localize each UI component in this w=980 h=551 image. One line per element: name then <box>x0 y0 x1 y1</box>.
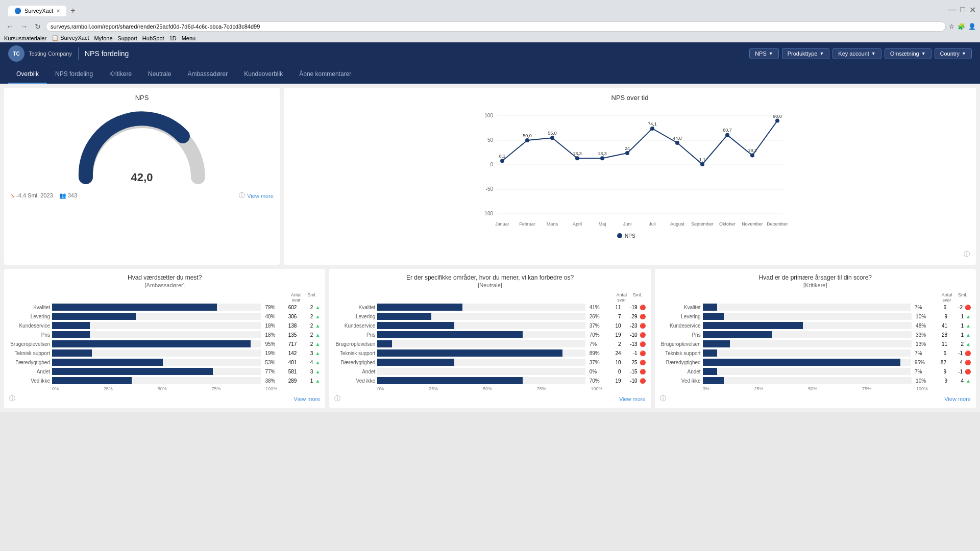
back-btn[interactable]: ← <box>4 21 15 32</box>
ambassadorer-view-more[interactable]: View more <box>294 396 321 402</box>
svg-text:74,1: 74,1 <box>648 121 657 127</box>
list-item: Teknisk support 89% 24 -1 🔴 <box>334 349 645 357</box>
kritikere-title: Hvad er de primære årsager til din score… <box>660 274 971 281</box>
svg-text:1,1: 1,1 <box>699 157 706 162</box>
svg-text:Maj: Maj <box>599 221 606 227</box>
tab-overblik[interactable]: Overblik <box>8 65 47 84</box>
svg-text:September: September <box>691 221 714 227</box>
neutrale-view-more[interactable]: View more <box>619 396 646 402</box>
ambassadorer-card: Hvad værdsætter du mest? [Ambassadører] … <box>4 269 325 408</box>
profile-icon[interactable]: 👤 <box>968 23 976 30</box>
maximize-btn[interactable]: □ <box>960 5 965 15</box>
gauge-chart: 42,0 <box>70 106 213 187</box>
list-item: Kundeservice 37% 10 -23 🔴 <box>334 322 645 329</box>
new-tab-btn[interactable]: + <box>66 5 79 16</box>
list-item: Levering 40% 306 2 ▲ <box>9 313 320 320</box>
close-btn[interactable]: ✕ <box>969 5 976 15</box>
minimize-btn[interactable]: — <box>948 5 956 15</box>
svg-point-12 <box>525 138 529 142</box>
svg-point-15 <box>600 156 604 160</box>
url-input[interactable] <box>46 21 946 32</box>
bookmark-item[interactable]: Menu <box>182 35 196 41</box>
tab-kritikere[interactable]: Kritikere <box>101 65 140 84</box>
tab-abne-kommentarer[interactable]: Åbne kommentarer <box>291 65 359 84</box>
svg-text:0: 0 <box>490 162 493 167</box>
browser-top-bar: 🔵 SurveyXact ✕ + — □ ✕ <box>0 0 980 19</box>
list-item: Kvalitet 7% 6 -2 🔴 <box>660 304 971 311</box>
bookmark-item[interactable]: 📋 SurveyXact <box>52 35 89 41</box>
svg-text:Juli: Juli <box>649 221 656 227</box>
list-item: Pris 70% 19 -10 🔴 <box>334 331 645 338</box>
nps-gauge-card: NPS 42,0 ↘ -4,4 <box>4 88 280 265</box>
bookmark-item[interactable]: Myfone - Support <box>94 35 137 41</box>
country-filter-btn[interactable]: Country ▼ <box>935 48 972 59</box>
list-item: Teknisk support 7% 6 -1 🔴 <box>660 349 971 357</box>
page-title: NPS fordeling <box>85 49 749 58</box>
ambassadorer-title: Hvad værdsætter du mest? <box>9 274 320 281</box>
svg-text:19,2: 19,2 <box>748 148 757 153</box>
list-item: Levering 10% 9 1 ▲ <box>660 313 971 320</box>
kritikere-card: Hvad er de primære årsager til din score… <box>655 269 976 408</box>
x-axis-labels: 0%25%50%75%100% <box>660 386 971 391</box>
nps-gauge-view-more[interactable]: View more <box>247 193 274 199</box>
svg-point-21 <box>750 154 754 158</box>
svg-text:90,0: 90,0 <box>773 114 782 119</box>
company-name: Testing Company <box>29 51 72 57</box>
svg-text:April: April <box>573 221 582 227</box>
svg-point-16 <box>625 151 629 155</box>
svg-text:-100: -100 <box>483 211 493 216</box>
browser-tab[interactable]: 🔵 SurveyXact ✕ <box>8 6 66 16</box>
tab-kundeoverblik[interactable]: Kundeoverblik <box>236 65 291 84</box>
kritikere-info-icon: ⓘ <box>660 394 666 403</box>
kritikere-view-more[interactable]: View more <box>944 396 971 402</box>
product-filter-btn[interactable]: Produkttype ▼ <box>782 48 830 59</box>
gauge-container: 42,0 <box>10 106 274 187</box>
info-icon: ⓘ <box>239 191 245 200</box>
gauge-footer: ↘ -4,4 Sml. 2023 👥 343 ⓘ View more <box>10 191 274 200</box>
nps-filter-btn[interactable]: NPS ▼ <box>749 48 779 59</box>
col-antal-svar: Antal svar <box>937 292 957 303</box>
svg-text:24: 24 <box>625 146 630 151</box>
svg-point-18 <box>675 141 679 145</box>
tab-neutrale[interactable]: Neutrale <box>140 65 179 84</box>
bookmark-bar: Kursusmaterialer 📋 SurveyXact Myfone - S… <box>0 34 980 42</box>
svg-point-11 <box>500 159 504 163</box>
tab-label: SurveyXact <box>24 8 53 14</box>
svg-text:November: November <box>742 221 763 227</box>
nav-tabs: Overblik NPS fordeling Kritikere Neutral… <box>0 65 980 84</box>
svg-text:Juni: Juni <box>623 221 632 227</box>
list-item: Ved ikke 38% 289 1 ▲ <box>9 377 320 384</box>
tab-nps-fordeling[interactable]: NPS fordeling <box>47 65 101 84</box>
company-logo: TC Testing Company <box>8 45 72 62</box>
ambassadorer-footer: ⓘ View more <box>9 394 320 403</box>
svg-text:60,7: 60,7 <box>723 128 732 133</box>
bookmark-icon[interactable]: ☆ <box>949 23 954 30</box>
list-item: Brugeroplevelsen 13% 11 2 ▲ <box>660 340 971 347</box>
bookmark-item[interactable]: 1D <box>169 35 177 41</box>
col-antal-svar: Antal svar <box>286 292 306 303</box>
tab-ambassadorer[interactable]: Ambassadører <box>179 65 236 84</box>
list-item: Bæredygtighed 53% 401 4 ▲ <box>9 359 320 366</box>
extensions-icon[interactable]: 🧩 <box>958 23 965 30</box>
refresh-btn[interactable]: ↻ <box>33 21 43 32</box>
col-sml: Sml. <box>631 292 644 303</box>
forward-btn[interactable]: → <box>18 21 30 32</box>
revenue-filter-btn[interactable]: Omsætning ▼ <box>885 48 932 59</box>
x-axis-labels: 0%25%50%75%100% <box>334 386 645 391</box>
list-item: Kundeservice 18% 138 2 ▲ <box>9 322 320 329</box>
list-item: Ved ikke 70% 19 -10 🔴 <box>334 377 645 384</box>
svg-text:50: 50 <box>487 137 494 143</box>
key-account-filter-btn[interactable]: Key account ▼ <box>832 48 881 59</box>
bottom-row: Hvad værdsætter du mest? [Ambassadører] … <box>4 269 976 408</box>
app-container: TC Testing Company NPS fordeling NPS ▼ P… <box>0 42 980 412</box>
svg-text:December: December <box>767 221 788 227</box>
nps-gauge-title: NPS <box>10 94 274 102</box>
svg-point-47 <box>617 233 622 238</box>
respondent-count: 👥 343 <box>59 192 77 199</box>
neutrale-footer: ⓘ View more <box>334 394 645 403</box>
bookmark-item[interactable]: HubSpot <box>142 35 164 41</box>
svg-text:Januar: Januar <box>495 221 509 227</box>
tab-close-btn[interactable]: ✕ <box>56 8 60 14</box>
list-item: Kundeservice 48% 41 1 ▲ <box>660 322 971 329</box>
bookmark-item[interactable]: Kursusmaterialer <box>4 35 46 41</box>
